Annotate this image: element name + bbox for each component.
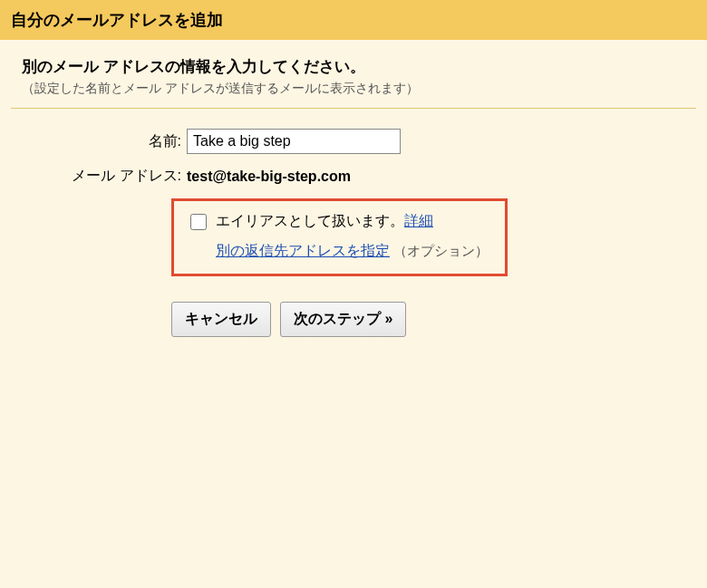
reply-to-link[interactable]: 別の返信先アドレスを指定 <box>216 243 390 258</box>
email-label: メール アドレス: <box>22 167 187 186</box>
alias-text: エイリアスとして扱います。 <box>216 212 404 231</box>
alias-row: エイリアスとして扱います。 詳細 <box>190 212 489 231</box>
divider <box>11 108 696 109</box>
name-label: 名前: <box>22 132 187 151</box>
alias-checkbox[interactable] <box>190 214 207 230</box>
reply-to-row: 別の返信先アドレスを指定 （オプション） <box>190 242 489 261</box>
form-area: 名前: メール アドレス: test@take-big-step.com エイリ… <box>11 129 696 337</box>
email-row: メール アドレス: test@take-big-step.com <box>22 167 696 186</box>
reply-to-option-text: （オプション） <box>393 243 489 258</box>
name-input[interactable] <box>187 129 401 154</box>
button-row: キャンセル 次のステップ » <box>171 302 696 337</box>
cancel-button[interactable]: キャンセル <box>171 302 271 337</box>
section-subtitle: 別のメール アドレスの情報を入力してください。 <box>11 56 696 77</box>
alias-details-link[interactable]: 詳細 <box>404 212 433 231</box>
next-step-button[interactable]: 次のステップ » <box>280 302 406 337</box>
dialog-title: 自分のメールアドレスを追加 <box>11 9 696 31</box>
dialog-header: 自分のメールアドレスを追加 <box>0 0 707 40</box>
dialog-content: 別のメール アドレスの情報を入力してください。 （設定した名前とメール アドレス… <box>0 40 707 337</box>
section-note: （設定した名前とメール アドレスが送信するメールに表示されます） <box>11 81 696 97</box>
email-value: test@take-big-step.com <box>187 169 351 185</box>
name-row: 名前: <box>22 129 696 154</box>
highlighted-options-box: エイリアスとして扱います。 詳細 別の返信先アドレスを指定 （オプション） <box>171 198 508 276</box>
